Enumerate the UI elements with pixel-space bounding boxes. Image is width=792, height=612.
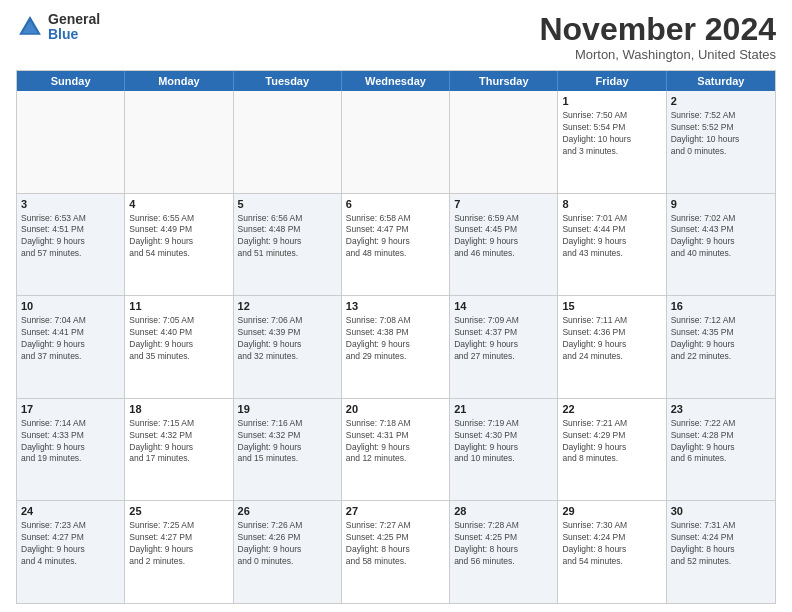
calendar: SundayMondayTuesdayWednesdayThursdayFrid… xyxy=(16,70,776,604)
month-title: November 2024 xyxy=(539,12,776,47)
day-number: 11 xyxy=(129,299,228,314)
day-header-sunday: Sunday xyxy=(17,71,125,91)
cell-info: Sunrise: 7:25 AM Sunset: 4:27 PM Dayligh… xyxy=(129,520,228,568)
calendar-body: 1Sunrise: 7:50 AM Sunset: 5:54 PM Daylig… xyxy=(17,91,775,603)
calendar-header-row: SundayMondayTuesdayWednesdayThursdayFrid… xyxy=(17,71,775,91)
calendar-cell-14: 14Sunrise: 7:09 AM Sunset: 4:37 PM Dayli… xyxy=(450,296,558,398)
day-number: 26 xyxy=(238,504,337,519)
page: General Blue November 2024 Morton, Washi… xyxy=(0,0,792,612)
cell-info: Sunrise: 6:55 AM Sunset: 4:49 PM Dayligh… xyxy=(129,213,228,261)
calendar-cell-29: 29Sunrise: 7:30 AM Sunset: 4:24 PM Dayli… xyxy=(558,501,666,603)
calendar-cell-26: 26Sunrise: 7:26 AM Sunset: 4:26 PM Dayli… xyxy=(234,501,342,603)
cell-info: Sunrise: 7:02 AM Sunset: 4:43 PM Dayligh… xyxy=(671,213,771,261)
day-header-tuesday: Tuesday xyxy=(234,71,342,91)
day-number: 7 xyxy=(454,197,553,212)
cell-info: Sunrise: 7:22 AM Sunset: 4:28 PM Dayligh… xyxy=(671,418,771,466)
calendar-week-4: 17Sunrise: 7:14 AM Sunset: 4:33 PM Dayli… xyxy=(17,399,775,502)
calendar-cell-27: 27Sunrise: 7:27 AM Sunset: 4:25 PM Dayli… xyxy=(342,501,450,603)
cell-info: Sunrise: 7:52 AM Sunset: 5:52 PM Dayligh… xyxy=(671,110,771,158)
day-number: 13 xyxy=(346,299,445,314)
calendar-cell-empty-2 xyxy=(234,91,342,193)
cell-info: Sunrise: 6:58 AM Sunset: 4:47 PM Dayligh… xyxy=(346,213,445,261)
day-number: 22 xyxy=(562,402,661,417)
calendar-cell-30: 30Sunrise: 7:31 AM Sunset: 4:24 PM Dayli… xyxy=(667,501,775,603)
day-number: 2 xyxy=(671,94,771,109)
calendar-cell-19: 19Sunrise: 7:16 AM Sunset: 4:32 PM Dayli… xyxy=(234,399,342,501)
day-number: 17 xyxy=(21,402,120,417)
calendar-cell-5: 5Sunrise: 6:56 AM Sunset: 4:48 PM Daylig… xyxy=(234,194,342,296)
calendar-week-2: 3Sunrise: 6:53 AM Sunset: 4:51 PM Daylig… xyxy=(17,194,775,297)
calendar-week-5: 24Sunrise: 7:23 AM Sunset: 4:27 PM Dayli… xyxy=(17,501,775,603)
logo: General Blue xyxy=(16,12,100,43)
cell-info: Sunrise: 7:19 AM Sunset: 4:30 PM Dayligh… xyxy=(454,418,553,466)
cell-info: Sunrise: 7:28 AM Sunset: 4:25 PM Dayligh… xyxy=(454,520,553,568)
calendar-cell-17: 17Sunrise: 7:14 AM Sunset: 4:33 PM Dayli… xyxy=(17,399,125,501)
cell-info: Sunrise: 7:21 AM Sunset: 4:29 PM Dayligh… xyxy=(562,418,661,466)
day-number: 19 xyxy=(238,402,337,417)
title-block: November 2024 Morton, Washington, United… xyxy=(539,12,776,62)
calendar-cell-4: 4Sunrise: 6:55 AM Sunset: 4:49 PM Daylig… xyxy=(125,194,233,296)
cell-info: Sunrise: 7:27 AM Sunset: 4:25 PM Dayligh… xyxy=(346,520,445,568)
day-number: 23 xyxy=(671,402,771,417)
calendar-cell-10: 10Sunrise: 7:04 AM Sunset: 4:41 PM Dayli… xyxy=(17,296,125,398)
logo-blue-label: Blue xyxy=(48,27,100,42)
calendar-cell-empty-3 xyxy=(342,91,450,193)
logo-general-label: General xyxy=(48,12,100,27)
day-number: 27 xyxy=(346,504,445,519)
calendar-cell-23: 23Sunrise: 7:22 AM Sunset: 4:28 PM Dayli… xyxy=(667,399,775,501)
day-number: 12 xyxy=(238,299,337,314)
cell-info: Sunrise: 7:09 AM Sunset: 4:37 PM Dayligh… xyxy=(454,315,553,363)
calendar-cell-11: 11Sunrise: 7:05 AM Sunset: 4:40 PM Dayli… xyxy=(125,296,233,398)
calendar-cell-13: 13Sunrise: 7:08 AM Sunset: 4:38 PM Dayli… xyxy=(342,296,450,398)
cell-info: Sunrise: 7:18 AM Sunset: 4:31 PM Dayligh… xyxy=(346,418,445,466)
day-number: 24 xyxy=(21,504,120,519)
cell-info: Sunrise: 7:12 AM Sunset: 4:35 PM Dayligh… xyxy=(671,315,771,363)
calendar-cell-12: 12Sunrise: 7:06 AM Sunset: 4:39 PM Dayli… xyxy=(234,296,342,398)
day-header-saturday: Saturday xyxy=(667,71,775,91)
calendar-cell-18: 18Sunrise: 7:15 AM Sunset: 4:32 PM Dayli… xyxy=(125,399,233,501)
cell-info: Sunrise: 7:05 AM Sunset: 4:40 PM Dayligh… xyxy=(129,315,228,363)
calendar-cell-25: 25Sunrise: 7:25 AM Sunset: 4:27 PM Dayli… xyxy=(125,501,233,603)
calendar-cell-16: 16Sunrise: 7:12 AM Sunset: 4:35 PM Dayli… xyxy=(667,296,775,398)
cell-info: Sunrise: 7:14 AM Sunset: 4:33 PM Dayligh… xyxy=(21,418,120,466)
logo-icon xyxy=(16,13,44,41)
calendar-cell-2: 2Sunrise: 7:52 AM Sunset: 5:52 PM Daylig… xyxy=(667,91,775,193)
day-number: 9 xyxy=(671,197,771,212)
cell-info: Sunrise: 6:56 AM Sunset: 4:48 PM Dayligh… xyxy=(238,213,337,261)
day-number: 8 xyxy=(562,197,661,212)
cell-info: Sunrise: 7:15 AM Sunset: 4:32 PM Dayligh… xyxy=(129,418,228,466)
header: General Blue November 2024 Morton, Washi… xyxy=(16,12,776,62)
day-number: 28 xyxy=(454,504,553,519)
day-number: 20 xyxy=(346,402,445,417)
cell-info: Sunrise: 7:11 AM Sunset: 4:36 PM Dayligh… xyxy=(562,315,661,363)
day-header-monday: Monday xyxy=(125,71,233,91)
logo-text: General Blue xyxy=(48,12,100,43)
calendar-cell-24: 24Sunrise: 7:23 AM Sunset: 4:27 PM Dayli… xyxy=(17,501,125,603)
cell-info: Sunrise: 7:50 AM Sunset: 5:54 PM Dayligh… xyxy=(562,110,661,158)
calendar-cell-15: 15Sunrise: 7:11 AM Sunset: 4:36 PM Dayli… xyxy=(558,296,666,398)
cell-info: Sunrise: 7:31 AM Sunset: 4:24 PM Dayligh… xyxy=(671,520,771,568)
day-header-friday: Friday xyxy=(558,71,666,91)
cell-info: Sunrise: 6:59 AM Sunset: 4:45 PM Dayligh… xyxy=(454,213,553,261)
day-number: 15 xyxy=(562,299,661,314)
day-number: 1 xyxy=(562,94,661,109)
day-header-wednesday: Wednesday xyxy=(342,71,450,91)
cell-info: Sunrise: 6:53 AM Sunset: 4:51 PM Dayligh… xyxy=(21,213,120,261)
day-number: 14 xyxy=(454,299,553,314)
day-number: 21 xyxy=(454,402,553,417)
calendar-cell-7: 7Sunrise: 6:59 AM Sunset: 4:45 PM Daylig… xyxy=(450,194,558,296)
cell-info: Sunrise: 7:16 AM Sunset: 4:32 PM Dayligh… xyxy=(238,418,337,466)
calendar-cell-1: 1Sunrise: 7:50 AM Sunset: 5:54 PM Daylig… xyxy=(558,91,666,193)
day-number: 3 xyxy=(21,197,120,212)
day-number: 18 xyxy=(129,402,228,417)
day-number: 30 xyxy=(671,504,771,519)
calendar-cell-28: 28Sunrise: 7:28 AM Sunset: 4:25 PM Dayli… xyxy=(450,501,558,603)
day-number: 16 xyxy=(671,299,771,314)
calendar-week-3: 10Sunrise: 7:04 AM Sunset: 4:41 PM Dayli… xyxy=(17,296,775,399)
day-number: 10 xyxy=(21,299,120,314)
calendar-cell-empty-0 xyxy=(17,91,125,193)
cell-info: Sunrise: 7:01 AM Sunset: 4:44 PM Dayligh… xyxy=(562,213,661,261)
day-number: 25 xyxy=(129,504,228,519)
cell-info: Sunrise: 7:04 AM Sunset: 4:41 PM Dayligh… xyxy=(21,315,120,363)
cell-info: Sunrise: 7:08 AM Sunset: 4:38 PM Dayligh… xyxy=(346,315,445,363)
